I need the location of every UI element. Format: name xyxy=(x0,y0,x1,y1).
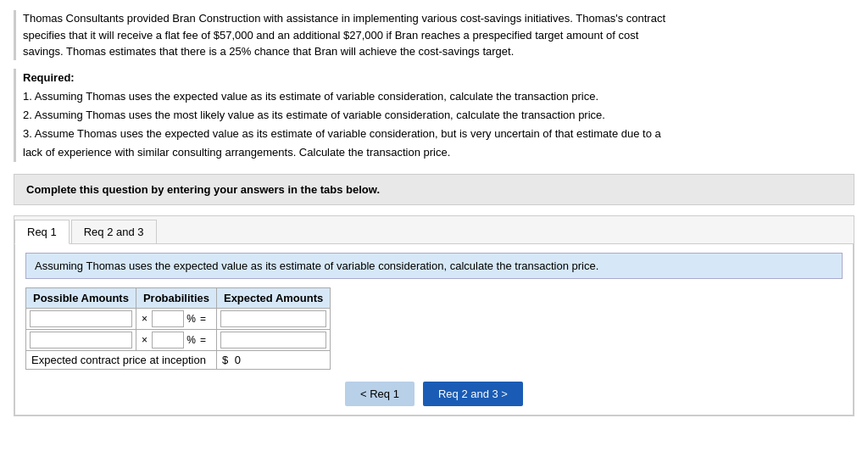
col-expected-amounts: Expected Amounts xyxy=(216,287,330,308)
prob-2-input[interactable] xyxy=(152,332,184,349)
prob-1-cell: × % = xyxy=(136,308,216,329)
prev-button[interactable]: < Req 1 xyxy=(345,382,415,406)
next-button[interactable]: Req 2 and 3 > xyxy=(423,382,523,406)
multiply-sign-1: × xyxy=(140,313,149,325)
req1-text: 1. Assuming Thomas uses the expected val… xyxy=(23,87,854,106)
instruction-bar: Assuming Thomas uses the expected value … xyxy=(25,253,843,279)
total-label-text: Expected contract price at inception xyxy=(31,354,206,366)
expected-value-table: Possible Amounts Probabilities Expected … xyxy=(25,287,331,370)
tab1-content: Assuming Thomas uses the expected value … xyxy=(14,244,854,415)
total-label-cell: Expected contract price at inception xyxy=(26,350,217,369)
table-row: × % = xyxy=(26,329,331,350)
total-value-display: 0 xyxy=(235,354,246,366)
total-value-cell: $ 0 xyxy=(216,350,330,369)
possible-amount-2-cell xyxy=(26,329,136,350)
scenario-line1: Thomas Consultants provided Bran Constru… xyxy=(23,10,854,27)
equals-sign-2: = xyxy=(198,334,208,346)
scenario-line2: specifies that it will receive a flat fe… xyxy=(23,27,854,44)
complete-box-text: Complete this question by entering your … xyxy=(26,183,380,196)
tabs-bar: Req 1 Req 2 and 3 xyxy=(14,216,854,244)
required-section: Required: 1. Assuming Thomas uses the ex… xyxy=(14,69,854,162)
total-row: Expected contract price at inception $ 0 xyxy=(26,350,331,369)
tab-req2and3[interactable]: Req 2 and 3 xyxy=(71,220,157,243)
possible-amount-2-input[interactable] xyxy=(30,332,132,349)
complete-box: Complete this question by entering your … xyxy=(14,174,854,205)
scenario-line3: savings. Thomas estimates that there is … xyxy=(23,43,854,60)
req2-text: 2. Assuming Thomas uses the most likely … xyxy=(23,106,854,125)
possible-amount-1-cell xyxy=(26,308,136,329)
pct-sign-1: % xyxy=(186,313,196,325)
pct-sign-2: % xyxy=(186,334,196,346)
required-title: Required: xyxy=(23,71,75,84)
expected-amount-1-cell xyxy=(216,308,330,329)
req3-text: 3. Assume Thomas uses the expected value… xyxy=(23,125,854,143)
equals-sign-1: = xyxy=(198,313,208,325)
expected-amount-2-cell xyxy=(216,329,330,350)
col-probabilities: Probabilities xyxy=(136,287,216,308)
tabs-container: Req 1 Req 2 and 3 Assuming Thomas uses t… xyxy=(14,215,854,416)
dollar-sign: $ xyxy=(222,354,231,366)
nav-buttons: < Req 1 Req 2 and 3 > xyxy=(25,382,843,406)
prob-1-input[interactable] xyxy=(152,310,184,327)
tab-req1[interactable]: Req 1 xyxy=(14,220,70,244)
req3b-text: lack of experience with similar consulti… xyxy=(23,143,854,162)
possible-amount-1-input[interactable] xyxy=(30,310,132,327)
prob-2-cell: × % = xyxy=(136,329,216,350)
multiply-sign-2: × xyxy=(140,334,149,346)
table-row: × % = xyxy=(26,308,331,329)
instruction-text: Assuming Thomas uses the expected value … xyxy=(35,259,598,272)
table-wrapper: Possible Amounts Probabilities Expected … xyxy=(25,287,843,370)
expected-amount-2-input[interactable] xyxy=(220,332,326,349)
col-possible-amounts: Possible Amounts xyxy=(26,287,136,308)
expected-amount-1-input[interactable] xyxy=(220,310,326,327)
scenario-text: Thomas Consultants provided Bran Constru… xyxy=(14,10,854,60)
